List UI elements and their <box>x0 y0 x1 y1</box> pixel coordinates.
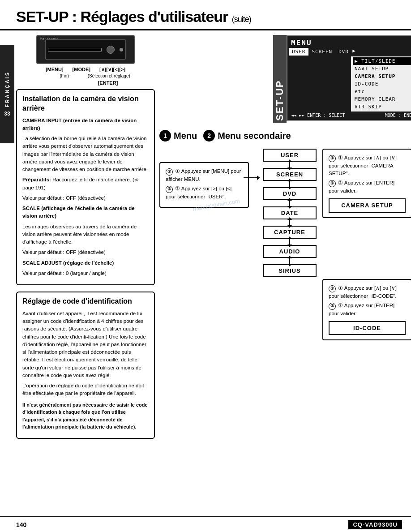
footer-model: CQ-VAD9300U <box>348 520 402 529</box>
menu-tab-arrow: ▶ <box>352 48 355 56</box>
menu-label-item-1: 1 Menu <box>159 130 197 142</box>
instr3-step2: ② ② Appuyez sur [ENTER] pour valider. <box>329 302 406 317</box>
page-subtitle: (suite) <box>232 15 251 24</box>
id-code-text1: Avant d'utiliser cet appareil, il est re… <box>22 310 149 379</box>
flow-arrow-5 <box>289 239 290 245</box>
setup-vertical-label: SET-UP <box>273 35 287 123</box>
instr2-step2: ② ② Appuyez sur [ENTER] pour valider. <box>329 179 406 195</box>
id-code-title: Réglage de code d'identification <box>22 297 149 306</box>
menu-tab-user: USER <box>289 48 308 56</box>
label-mode: [MODE] <box>73 67 90 72</box>
camera-input-label: CAMERA INPUT (entrée de la caméra de vis… <box>22 117 149 133</box>
page-header: SET-UP : Réglages d'utilisateur (suite) <box>0 0 411 30</box>
flow-arrow-3 <box>289 200 290 206</box>
installation-box: Installation de la caméra de vision arri… <box>16 89 155 285</box>
menu-screenshot-wrapper: SET-UP MENU USER SCREEN DVD ▶ ▶ TILT <box>273 35 411 123</box>
instr1-step2: ② ② Appuyez sur [>] ou [<] pour sélectio… <box>166 185 243 201</box>
camera-setup-result: CAMERA SETUP <box>329 198 406 213</box>
menu-tabs: USER SCREEN DVD ▶ <box>289 48 411 56</box>
menu-item-vtr: VTR SKIP <box>353 103 411 111</box>
menu-item-idcode: ID-CODE <box>353 80 411 88</box>
sidebar: FRANÇAIS 33 <box>0 45 14 143</box>
device-inner <box>45 39 126 60</box>
scale-adjust-default: Valeur par défaut : 0 (largeur / angle) <box>22 270 149 277</box>
circle-1: 1 <box>159 130 171 142</box>
label-nav: [∧][∨][<][>] <box>99 67 125 73</box>
arrow-col-1 <box>244 149 257 180</box>
id-code-result: ID-CODE <box>329 321 406 335</box>
id-code-text2: L'opération de réglage du code d'identif… <box>22 382 149 398</box>
flow-arrow-2 <box>289 181 290 187</box>
menu-bottom: ◄◄ ►► ENTER : SELECT MODE : END <box>289 112 411 118</box>
right-arrow-1 <box>244 176 260 180</box>
left-column: Panasonic [MENU] [MODE] [∧][∨][<][>] <box>16 35 155 445</box>
circle-2: 2 <box>203 130 215 142</box>
sidebar-page-num: 33 <box>4 111 10 117</box>
menu-item-etc: etc <box>353 88 411 95</box>
menu-item-camera: CAMERA SETUP <box>353 73 411 80</box>
footer-page-num: 140 <box>16 521 26 528</box>
installation-title: Installation de la caméra de vision arri… <box>22 94 149 113</box>
prep-text: Préparatifs: Raccordez le fil de marche … <box>22 176 149 192</box>
device-section: Panasonic [MENU] [MODE] [∧][∨][<][>] <box>16 35 155 89</box>
section-labels-row: 1 Menu 2 Menu secondaire <box>159 130 411 142</box>
instr3-step1: ① ① Appuyez sur [∧] ou [∨] pour sélectio… <box>329 284 406 300</box>
device-labels-row: [MENU] [MODE] [∧][∨][<][>] <box>46 67 125 73</box>
device-btn <box>120 48 123 51</box>
menu-label-2: Menu secondaire <box>218 131 291 141</box>
label-mode-group: [MODE] <box>73 67 90 73</box>
flow-and-panels: ① ① Appuyez sur [MENU] pour afficher MEN… <box>159 149 411 340</box>
camera-input-text: La sélection de la borne qui relie à la … <box>22 135 149 173</box>
sidebar-language: FRANÇAIS <box>4 71 10 107</box>
label-nav-note: (Sélection et réglage) <box>88 73 130 78</box>
menu-item-memory: MEMORY CLEAR <box>353 95 411 103</box>
instructions-col-1: ① ① Appuyez sur [MENU] pour afficher MEN… <box>159 149 240 208</box>
label-enter: [ENTER] <box>98 80 118 86</box>
instructions-panel-3: ① ① Appuyez sur [∧] ou [∨] pour sélectio… <box>322 279 411 341</box>
id-code-text3: Il n'est généralement pas nécessaire de … <box>22 401 149 431</box>
scale-default: Valeur par défaut : OFF (désactivée) <box>22 249 149 256</box>
instr1-step1: ① ① Appuyez sur [MENU] pour afficher MEN… <box>166 167 243 183</box>
page-container: FRANÇAIS 33 SET-UP : Réglages d'utilisat… <box>0 0 411 532</box>
flow-arrow-6 <box>289 258 290 264</box>
menu-items: ▶ TILT/SLIDE NAVI SETUP CAMERA SETUP ID-… <box>351 56 411 112</box>
menu-label-1: Menu <box>174 131 197 141</box>
menu-tab-screen: SCREEN <box>309 48 335 56</box>
footer: 140 CQ-VAD9300U <box>0 516 411 532</box>
flow-boxes-col: USER SCREEN DVD DATE <box>261 149 319 277</box>
menu-label-item-2: 2 Menu secondaire <box>203 130 291 142</box>
menu-tab-dvd: DVD <box>336 48 351 56</box>
default-text: Valeur par défaut : OFF (désactivée) <box>22 194 149 202</box>
scale-adjust-label: SCALE ADJUST (réglage de l'échelle) <box>22 259 149 267</box>
flow-arrow-4 <box>289 219 290 226</box>
device-image: Panasonic <box>36 35 135 64</box>
arrow-head <box>257 176 260 180</box>
device-slot <box>48 48 102 51</box>
scale-text: Les images observées au travers de la ca… <box>22 223 149 246</box>
instructions-panel-2: ① ① Appuyez sur [∧] ou [∨] pour sélectio… <box>322 149 411 218</box>
label-menu: [MENU] <box>46 67 64 73</box>
right-column: SET-UP MENU USER SCREEN DVD ▶ ▶ TILT <box>159 35 411 445</box>
menu-item-navi: NAVI SETUP <box>353 65 411 73</box>
flow-arrow-1 <box>289 162 290 168</box>
menu-screenshot: MENU USER SCREEN DVD ▶ ▶ TILT/SLIDE NAVI… <box>287 35 411 121</box>
device-knob <box>107 46 115 54</box>
right-panels: ① ① Appuyez sur [∧] ou [∨] pour sélectio… <box>322 149 411 340</box>
instructions-panel-1: ① ① Appuyez sur [MENU] pour afficher MEN… <box>159 162 249 208</box>
instr2-step1: ① ① Appuyez sur [∧] ou [∨] pour sélectio… <box>329 154 406 177</box>
scale-label: SCALE (affichage de l'échelle de la camé… <box>22 205 149 220</box>
main-content: Panasonic [MENU] [MODE] [∧][∨][<][>] <box>0 35 411 445</box>
label-mode-note: (Fin) <box>60 73 69 78</box>
id-code-box: Réglage de code d'identification Avant d… <box>16 292 155 439</box>
arrow-line <box>244 177 257 178</box>
menu-item-tilt: ▶ TILT/SLIDE <box>353 57 411 65</box>
menu-title: MENU <box>289 38 411 48</box>
page-title: SET-UP : Réglages d'utilisateur (suite) <box>16 8 251 25</box>
